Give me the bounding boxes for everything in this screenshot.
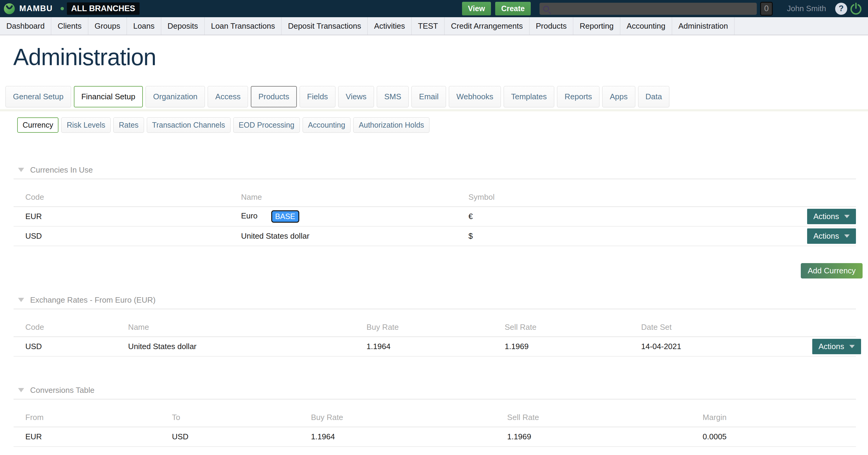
branch-scope-chip[interactable]: ALL BRANCHES (61, 2, 140, 15)
currencies-table: Code Name Symbol EUR Euro BASE € Actions (13, 188, 856, 246)
admin-tabs: General Setup Financial Setup Organizati… (5, 86, 863, 107)
nav-item-test[interactable]: TEST (412, 17, 444, 35)
tab-products[interactable]: Products (251, 86, 297, 107)
nav-item-credit-arrangements[interactable]: Credit Arrangements (444, 17, 529, 35)
column-header-margin: Margin (703, 408, 856, 427)
search-icon (543, 6, 549, 12)
main-nav: Dashboard Clients Groups Loans Deposits … (0, 17, 868, 35)
table-header-row: Code Name Buy Rate Sell Rate Date Set (13, 318, 856, 337)
nav-item-loan-transactions[interactable]: Loan Transactions (205, 17, 281, 35)
chevron-down-icon (849, 345, 855, 348)
mambu-logo-icon[interactable] (4, 3, 15, 15)
tab-webhooks[interactable]: Webhooks (449, 86, 501, 107)
cell-buy-rate: 1.1964 (367, 337, 504, 356)
nav-item-loans[interactable]: Loans (127, 17, 161, 35)
tab-access[interactable]: Access (208, 86, 248, 107)
column-header-from: From (13, 408, 172, 427)
brand-name: MAMBU (19, 4, 53, 13)
currency-name: Euro (241, 211, 258, 220)
nav-item-groups[interactable]: Groups (88, 17, 127, 35)
section-title: Exchange Rates - From Euro (EUR) (30, 295, 156, 305)
subtab-rates[interactable]: Rates (113, 117, 144, 133)
nav-item-administration[interactable]: Administration (672, 17, 735, 35)
table-row: EUR Euro BASE € Actions (13, 207, 856, 226)
section-exchange-rates: Exchange Rates - From Euro (EUR) Code Na… (13, 295, 856, 357)
view-button[interactable]: View (462, 2, 491, 16)
nav-item-deposits[interactable]: Deposits (161, 17, 205, 35)
cell-sell-rate: 1.1969 (504, 337, 641, 356)
nav-item-reporting[interactable]: Reporting (573, 17, 620, 35)
nav-item-dashboard[interactable]: Dashboard (0, 17, 51, 35)
cell-code: EUR (13, 207, 241, 226)
create-button[interactable]: Create (495, 2, 531, 16)
cell-symbol: € (468, 207, 738, 226)
cell-actions: Actions (738, 207, 856, 226)
tab-general-setup[interactable]: General Setup (5, 86, 71, 107)
help-icon[interactable]: ? (835, 3, 847, 15)
cell-date-set: 14-04-2021 (641, 337, 812, 356)
branch-scope-label: ALL BRANCHES (67, 2, 140, 15)
nav-item-activities[interactable]: Activities (368, 17, 412, 35)
section-conversions-table: Conversions Table From To Buy Rate Sell … (13, 386, 856, 447)
branch-status-dot-icon (61, 7, 64, 10)
nav-item-clients[interactable]: Clients (51, 17, 88, 35)
cell-name: Euro BASE (241, 207, 469, 226)
cell-buy-rate: 1.1964 (311, 427, 507, 447)
user-name[interactable]: John Smith (787, 4, 826, 13)
tab-apps[interactable]: Apps (602, 86, 635, 107)
nav-item-accounting[interactable]: Accounting (620, 17, 672, 35)
collapse-triangle-icon (18, 298, 24, 302)
section-header-currencies[interactable]: Currencies In Use (13, 165, 856, 179)
column-header-code: Code (13, 318, 128, 337)
power-logout-icon[interactable] (849, 2, 862, 15)
tab-sms[interactable]: SMS (377, 86, 409, 107)
cell-from: EUR (13, 427, 172, 447)
top-bar: MAMBU ALL BRANCHES View Create 0 John Sm… (0, 0, 868, 17)
cell-name: United States dollar (241, 226, 469, 246)
chevron-down-icon (844, 215, 849, 218)
actions-button[interactable]: Actions (807, 209, 856, 224)
cell-code: USD (13, 226, 241, 246)
financial-setup-subtabs: Currency Risk Levels Rates Transaction C… (17, 117, 863, 133)
actions-button-label: Actions (813, 212, 839, 221)
tab-reports[interactable]: Reports (557, 86, 599, 107)
table-row: EUR USD 1.1964 1.1969 0.0005 (13, 427, 856, 447)
column-header-name: Name (128, 318, 367, 337)
subtab-eod-processing[interactable]: EOD Processing (233, 117, 300, 133)
table-row: USD United States dollar 1.1964 1.1969 1… (13, 337, 856, 356)
section-title: Conversions Table (30, 386, 94, 395)
chevron-down-icon (844, 234, 849, 238)
section-title: Currencies In Use (30, 165, 93, 175)
base-currency-badge: BASE (271, 210, 299, 223)
collapse-triangle-icon (18, 168, 24, 172)
topbar-right-group: View Create 0 John Smith ? (462, 2, 862, 16)
add-currency-button[interactable]: Add Currency (801, 263, 863, 279)
subtab-accounting[interactable]: Accounting (303, 117, 351, 133)
subtab-transaction-channels[interactable]: Transaction Channels (147, 117, 230, 133)
tab-organization[interactable]: Organization (146, 86, 205, 107)
search-input[interactable] (549, 3, 757, 15)
notification-counter-badge[interactable]: 0 (760, 2, 773, 16)
subtab-authorization-holds[interactable]: Authorization Holds (353, 117, 430, 133)
tab-financial-setup[interactable]: Financial Setup (74, 86, 143, 107)
cell-actions: Actions (738, 226, 856, 246)
collapse-triangle-icon (18, 388, 24, 392)
column-header-buy-rate: Buy Rate (311, 408, 507, 427)
tab-templates[interactable]: Templates (504, 86, 555, 107)
subtab-risk-levels[interactable]: Risk Levels (61, 117, 111, 133)
nav-item-deposit-transactions[interactable]: Deposit Transactions (281, 17, 368, 35)
tab-fields[interactable]: Fields (300, 86, 336, 107)
actions-button[interactable]: Actions (812, 339, 861, 354)
page-title: Administration (13, 43, 868, 72)
nav-item-products[interactable]: Products (530, 17, 574, 35)
tab-data[interactable]: Data (638, 86, 670, 107)
tabs-divider-band (0, 109, 868, 111)
tab-views[interactable]: Views (338, 86, 374, 107)
section-header-conversions[interactable]: Conversions Table (13, 386, 856, 399)
subtab-currency[interactable]: Currency (17, 117, 59, 133)
column-header-sell-rate: Sell Rate (504, 318, 641, 337)
actions-button-label: Actions (818, 342, 844, 351)
actions-button[interactable]: Actions (807, 228, 856, 244)
section-header-exchange-rates[interactable]: Exchange Rates - From Euro (EUR) (13, 295, 856, 309)
tab-email[interactable]: Email (411, 86, 446, 107)
